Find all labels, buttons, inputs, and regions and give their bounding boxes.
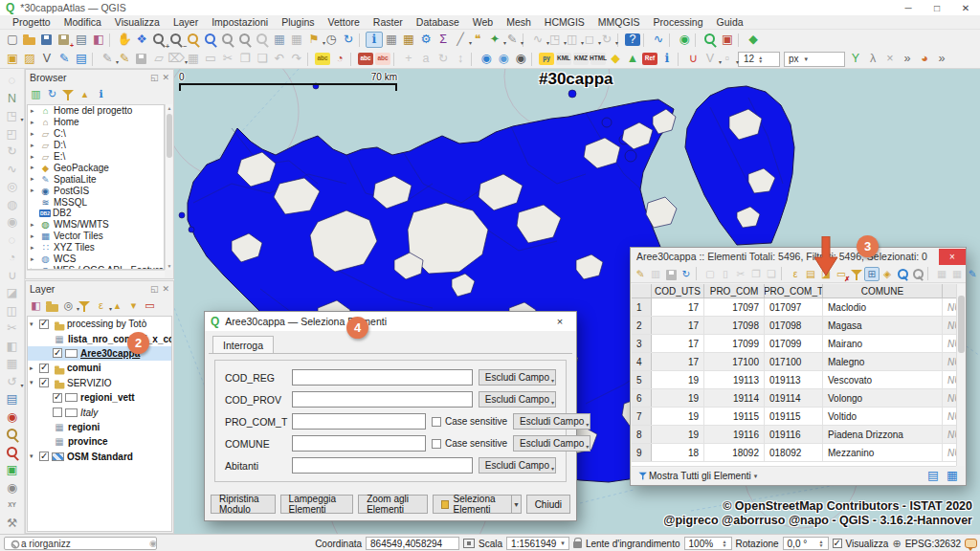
- toggle-editing-icon[interactable]: ✎: [116, 51, 133, 67]
- split-parts-icon[interactable]: ◫: [4, 303, 21, 320]
- share-plugin-icon[interactable]: ◉: [676, 32, 693, 48]
- browser-item-wms-wmts[interactable]: ▸◍WMS/WMTS: [28, 219, 164, 231]
- rotate-label-icon[interactable]: ↻: [434, 51, 452, 67]
- expander-icon[interactable]: ▸: [31, 107, 39, 115]
- kml-export-icon[interactable]: KML: [556, 53, 571, 65]
- python-console-icon[interactable]: py: [539, 53, 554, 65]
- menu-plugins[interactable]: Plugins: [275, 14, 321, 31]
- rotation-spin[interactable]: 0,0 ° ▲▼: [783, 537, 829, 550]
- menu-mmqgis[interactable]: MMQGIS: [591, 14, 647, 31]
- layer-visibility-checkbox[interactable]: [39, 320, 49, 329]
- vertex-editor-icon[interactable]: V: [38, 51, 56, 67]
- new-annotation-icon[interactable]: ✦▾: [486, 32, 503, 48]
- menu-hcmgis[interactable]: HCMGIS: [538, 14, 591, 31]
- menu-progetto[interactable]: Progetto: [6, 14, 57, 31]
- undo-icon[interactable]: ↶: [271, 51, 288, 67]
- abitanti-input[interactable]: [292, 457, 473, 474]
- elevation-profile-icon[interactable]: ∿: [650, 32, 667, 48]
- layer-visibility-checkbox[interactable]: [39, 364, 49, 373]
- table-cell[interactable]: NULL: [943, 317, 956, 334]
- browser-item-e-[interactable]: ▸▱E:\: [28, 151, 164, 163]
- browser-properties-icon[interactable]: ℹ: [93, 87, 109, 102]
- column-header-PRO_COM_T[interactable]: PRO_COM_T: [765, 284, 823, 298]
- table-cell[interactable]: 1: [632, 298, 652, 316]
- layer-item-servizio[interactable]: ▾SERVIZIO: [28, 376, 171, 390]
- open-project-icon[interactable]: [21, 32, 38, 48]
- dialog-titlebar[interactable]: Q Aree30cappa — Seleziona Elementi ×: [205, 312, 576, 331]
- toolbar-overflow-1-icon[interactable]: »: [899, 51, 916, 67]
- redo-icon[interactable]: ↷: [288, 51, 305, 67]
- remove-layer-icon[interactable]: ▭: [142, 298, 158, 314]
- exclude-field-button[interactable]: Escludi Campo▾: [513, 413, 590, 430]
- collapse-all-icon[interactable]: ▴: [77, 87, 93, 102]
- browser-filter-icon[interactable]: [60, 87, 77, 102]
- case-sensitive-option[interactable]: Case sensitive: [432, 416, 507, 427]
- expander-icon[interactable]: ▾: [30, 320, 39, 328]
- table-panel-view-icon[interactable]: ▤: [924, 468, 942, 484]
- expander-icon[interactable]: ▾: [30, 452, 39, 460]
- expander-icon[interactable]: ▾: [30, 379, 39, 386]
- table-row[interactable]: 21717098017098MagasaNULL: [632, 317, 956, 335]
- globe-dark-icon[interactable]: ◉: [512, 51, 529, 67]
- table-cell[interactable]: 17099: [704, 335, 765, 352]
- table-cell[interactable]: 017098: [765, 317, 823, 334]
- messages-icon[interactable]: [965, 539, 977, 548]
- menu-mesh[interactable]: Mesh: [500, 14, 538, 31]
- footer-filter-icon[interactable]: [637, 471, 647, 482]
- delete-feature-icon[interactable]: ▭: [202, 51, 219, 67]
- zoom-last-icon[interactable]: [236, 32, 254, 48]
- layer-diagram-icon[interactable]: ◔: [331, 51, 348, 67]
- browser-item-d-[interactable]: ▸▱D:\: [28, 140, 164, 151]
- render-checkbox[interactable]: [833, 539, 842, 548]
- table-save-edits-icon[interactable]: [663, 267, 679, 281]
- exclude-field-button[interactable]: Escludi Campo▾: [513, 435, 590, 452]
- layer-visibility-checkbox[interactable]: [53, 408, 62, 417]
- search-plugin-icon[interactable]: [702, 32, 719, 48]
- reshape-tool-icon[interactable]: ◪: [4, 285, 21, 301]
- table-cell[interactable]: 19113: [704, 371, 765, 388]
- dialog-close-icon[interactable]: ×: [549, 316, 570, 327]
- rotate-symbols-icon[interactable]: ↺▾: [4, 374, 21, 390]
- column-header-rownum[interactable]: [632, 284, 652, 298]
- close-dialog-button[interactable]: Chiudi: [526, 495, 570, 514]
- layer-item-label[interactable]: comuni: [67, 363, 101, 373]
- scroll-up-icon[interactable]: ▲: [166, 104, 173, 112]
- expander-icon[interactable]: ▸: [31, 153, 39, 161]
- table-cell[interactable]: 19116: [704, 426, 765, 443]
- table-cell[interactable]: NULL: [943, 408, 956, 425]
- table-cell[interactable]: 7: [632, 408, 652, 425]
- layer-labeling-icon[interactable]: abc: [315, 53, 330, 65]
- merge-features-icon[interactable]: ◻▾: [581, 32, 598, 48]
- expander-icon[interactable]: ▸: [31, 244, 39, 252]
- coordinate-value[interactable]: 864549,4058294: [366, 537, 459, 550]
- osm-place-search-icon[interactable]: ▣: [719, 32, 736, 48]
- table-cell[interactable]: 4: [632, 353, 652, 370]
- table-row[interactable]: 81919116019116Piadena DrizzonaNULL: [632, 426, 956, 444]
- expander-icon[interactable]: ▸: [31, 119, 39, 126]
- browser-item-spatialite[interactable]: ▸✎SpatiaLite: [28, 173, 164, 185]
- table-reload-icon[interactable]: ↻: [679, 267, 694, 281]
- lock-scale-icon[interactable]: [573, 541, 582, 548]
- case-sensitive-checkbox[interactable]: [432, 417, 441, 427]
- select-by-form-icon[interactable]: ⊞: [864, 267, 880, 281]
- attribute-table-vscrollbar[interactable]: [956, 284, 965, 466]
- extent-icon[interactable]: [463, 539, 475, 548]
- style-manager-icon[interactable]: ◧: [90, 32, 107, 48]
- pan-to-selected-icon[interactable]: [895, 267, 910, 281]
- table-row[interactable]: 91818092018092MezzaninoNULL: [632, 444, 956, 462]
- statistics-panel-icon[interactable]: Σ: [434, 32, 452, 48]
- expander-icon[interactable]: ▸: [31, 175, 39, 183]
- rotate-feature-tool-icon[interactable]: ↻: [4, 143, 21, 160]
- table-copy-icon[interactable]: ❐: [748, 267, 764, 281]
- table-cell[interactable]: 8: [632, 426, 652, 443]
- table-cell[interactable]: NULL: [943, 389, 956, 407]
- expander-icon[interactable]: ▸: [31, 255, 39, 263]
- magnifier-spin[interactable]: 100% ▲▼: [684, 537, 732, 550]
- browser-close-icon[interactable]: ✕: [162, 73, 169, 82]
- table-delete-feature-icon[interactable]: ▯: [718, 267, 733, 281]
- browser-hscrollbar[interactable]: [27, 270, 165, 277]
- label-unit-combo[interactable]: px▾: [784, 52, 845, 67]
- annotation-pencil-icon[interactable]: ✎: [56, 51, 73, 67]
- minimize-button[interactable]: ─: [894, 0, 923, 15]
- annotation-polygon-icon[interactable]: ◌: [4, 73, 21, 89]
